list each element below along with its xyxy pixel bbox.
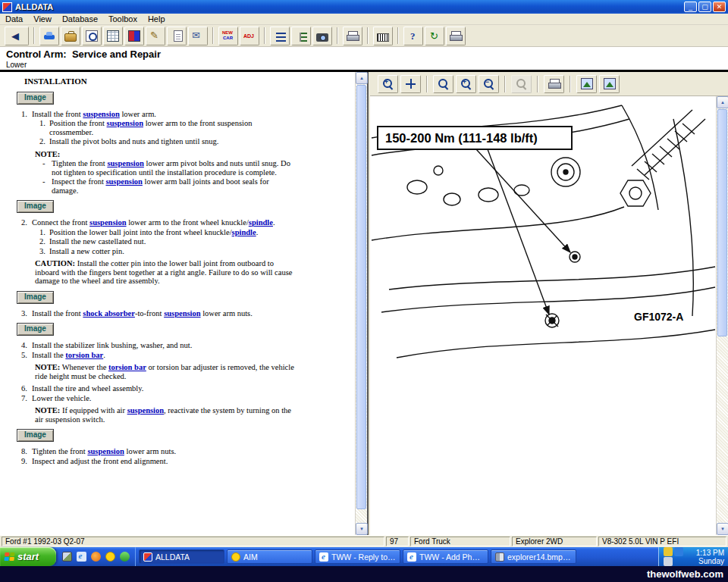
barcode-button[interactable] <box>373 27 393 45</box>
image-button[interactable]: Image <box>17 200 54 213</box>
content-link[interactable]: torsion bar <box>108 363 146 371</box>
content-link[interactable]: suspension <box>83 110 119 118</box>
image-button[interactable]: Image <box>17 92 54 105</box>
step-item: 5.Install the torsion bar. <box>21 351 296 360</box>
menu-toolbox[interactable]: Toolbox <box>103 14 143 24</box>
task-alldata[interactable]: ALLDATA <box>139 549 224 564</box>
content-link[interactable]: torsion bar <box>65 351 103 359</box>
vehicle-select-button[interactable] <box>39 27 59 45</box>
list-view-button[interactable] <box>270 27 290 45</box>
maximize-button[interactable]: ▢ <box>698 2 711 12</box>
zoom-fit-button[interactable] <box>433 75 453 93</box>
diagram-scrollbar[interactable]: ▲ ▼ <box>716 96 728 535</box>
substep-item: 1.Position the front suspension lower ar… <box>39 119 296 136</box>
volume-tray-icon[interactable] <box>664 557 673 566</box>
antivirus-tray-icon[interactable] <box>664 547 673 556</box>
title-bar: ALLDATA _ ▢ ✕ <box>0 0 728 14</box>
toolbar-separator <box>504 76 506 92</box>
article-scrollbar[interactable]: ▲ ▼ <box>355 72 367 535</box>
messenger-button[interactable] <box>118 551 130 563</box>
prev-image-button[interactable] <box>576 75 597 93</box>
scroll-up-button[interactable]: ▲ <box>356 72 368 84</box>
aim-quicklaunch-button[interactable] <box>104 551 116 563</box>
content-link[interactable]: suspension <box>105 177 142 186</box>
task-aim[interactable]: AIM <box>227 549 312 564</box>
task-label: TWW - Add Photos - ... <box>419 552 484 562</box>
show-desktop-button[interactable] <box>61 551 73 563</box>
image-block: Image <box>17 429 296 442</box>
task-explorer14-bmp-paint[interactable]: explorer14.bmp - Paint <box>491 549 576 564</box>
substep-item: 2.Install the new castellated nut. <box>39 237 296 246</box>
print-setup-button[interactable] <box>446 27 466 45</box>
content-link[interactable]: suspension <box>127 406 164 415</box>
image-block: Image <box>17 92 296 105</box>
help-button[interactable] <box>403 27 423 45</box>
minimize-button[interactable]: _ <box>684 2 697 12</box>
content-link[interactable]: spindle <box>249 218 273 227</box>
refresh-button[interactable] <box>425 27 444 45</box>
toolbar-separator <box>426 76 428 92</box>
content-link[interactable]: spindle <box>232 228 256 236</box>
content-link[interactable]: suspension <box>107 159 143 167</box>
diagram-scroll-down-button[interactable]: ▼ <box>717 523 728 535</box>
content-link[interactable]: shock absorber <box>83 309 135 318</box>
network-tray-icon[interactable] <box>674 547 683 556</box>
start-button[interactable]: start <box>0 547 56 566</box>
close-button[interactable]: ✕ <box>713 2 726 12</box>
menu-view[interactable]: View <box>28 14 57 24</box>
image-button[interactable]: Image <box>17 291 54 304</box>
menu-data[interactable]: Data <box>0 14 28 24</box>
step-text: Connect the front suspension lower arm t… <box>32 218 275 227</box>
image-button[interactable]: Image <box>17 429 54 442</box>
scrollbar-thumb[interactable] <box>356 85 366 509</box>
jobs-button[interactable] <box>61 27 80 45</box>
content-link[interactable]: suspension <box>87 447 124 455</box>
menu-database[interactable]: Database <box>57 14 103 24</box>
image-button[interactable]: Image <box>17 323 54 336</box>
toolbar-separator <box>264 27 265 44</box>
next-image-button[interactable] <box>599 75 620 93</box>
parts-labor-button[interactable] <box>124 27 144 45</box>
content-link[interactable]: suspension <box>107 119 143 127</box>
note-item: -Tighten the front suspension lower arm … <box>42 159 296 177</box>
task-tww-add-photos[interactable]: TWW - Add Photos - ... <box>403 549 488 564</box>
new-car-button[interactable] <box>218 27 238 45</box>
content-link[interactable]: suspension <box>89 218 126 227</box>
diagram-scroll-up-button[interactable]: ▲ <box>717 96 728 108</box>
zoom-tool-button[interactable]: + <box>378 75 398 93</box>
note-heading: NOTE: <box>35 150 296 159</box>
step-item: 6.Install the tire and wheel assembly. <box>21 384 296 393</box>
back-button[interactable] <box>5 27 29 45</box>
print-image-button[interactable] <box>544 75 564 93</box>
taskbar-clock[interactable]: 1:13 PM Sunday <box>696 549 724 565</box>
article-pane: INSTALLATION Image1.Install the front su… <box>0 72 369 535</box>
magdoc-icon <box>86 30 98 42</box>
notes-button[interactable] <box>146 27 165 45</box>
print-button[interactable] <box>343 27 362 45</box>
estimate-button[interactable] <box>103 27 123 45</box>
bullet-dash: - <box>42 177 52 195</box>
pan-tool-button[interactable] <box>400 75 421 93</box>
task-tww-reply-to-topic[interactable]: TWW - Reply to Topic... <box>315 549 400 564</box>
menu-help[interactable]: Help <box>143 14 171 24</box>
image-pane: ++− <box>370 72 728 535</box>
pan-icon <box>405 78 417 89</box>
adjustments-button[interactable] <box>240 27 259 45</box>
internet-explorer-button[interactable] <box>75 551 87 563</box>
step-text: Position the lower ball joint into the f… <box>49 228 258 237</box>
newcar-icon <box>222 30 234 42</box>
outline-view-button[interactable] <box>291 27 311 45</box>
desk-icon <box>62 552 72 562</box>
zoom-in-button[interactable]: + <box>456 75 476 93</box>
mail-button[interactable] <box>188 27 208 45</box>
content-link[interactable]: suspension <box>164 309 200 318</box>
media-player-button[interactable] <box>89 551 102 563</box>
zoom-out-button[interactable]: − <box>479 75 499 93</box>
diagram-scrollbar-thumb[interactable] <box>717 109 727 336</box>
camera-button[interactable] <box>312 27 332 45</box>
article-button[interactable] <box>167 27 187 45</box>
search-button[interactable] <box>82 27 102 45</box>
zoom-selection-button[interactable] <box>511 75 532 93</box>
toolbar-separator <box>537 76 538 92</box>
scroll-down-button[interactable]: ▼ <box>356 523 368 535</box>
